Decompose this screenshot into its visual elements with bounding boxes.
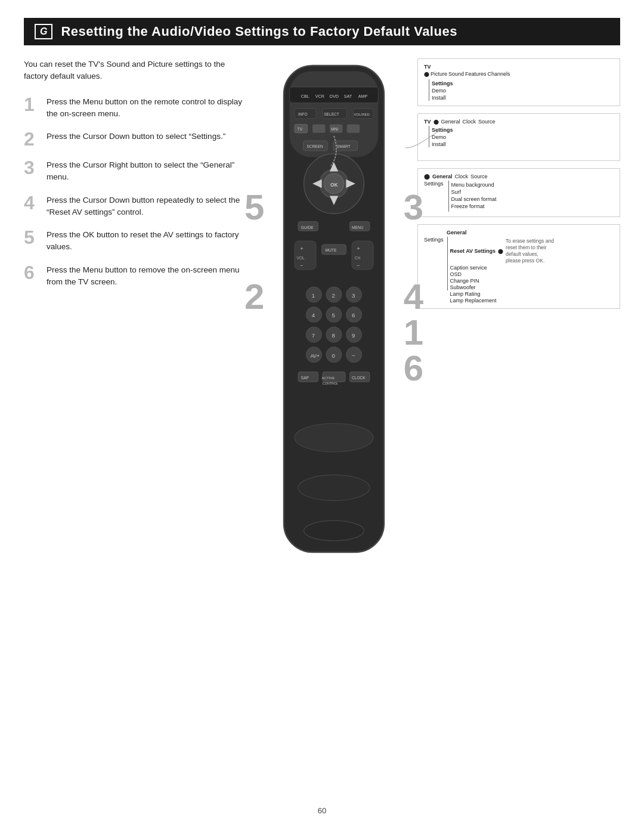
svg-text:MNI: MNI xyxy=(331,127,338,131)
step-number-3: 3 xyxy=(24,158,41,177)
svg-text:GUIDE: GUIDE xyxy=(301,225,314,230)
diag3-menu-bg: Menu background xyxy=(451,182,497,188)
svg-text:SAT: SAT xyxy=(344,94,352,99)
diag4-reset-av: Reset AV Settings xyxy=(450,248,496,254)
diag4-sub: Subwoofer xyxy=(450,284,614,290)
overlay-3: 3 xyxy=(404,190,423,225)
page-number: 60 xyxy=(318,806,326,815)
diag3-source: Source xyxy=(470,174,488,179)
diag4-settings-label: Settings xyxy=(424,237,445,304)
svg-text:AMP: AMP xyxy=(358,94,368,99)
diag1-features: Features xyxy=(465,71,487,77)
svg-point-78 xyxy=(298,475,370,500)
svg-text:0: 0 xyxy=(332,352,335,359)
svg-text:CH: CH xyxy=(355,256,361,260)
step-text-1: Press the Menu button on the remote cont… xyxy=(47,94,250,120)
step-6: 6 Press the Menu button to remove the on… xyxy=(24,262,250,289)
overlay-6: 6 xyxy=(404,351,423,386)
diag4-lamp-rating: Lamp Rating xyxy=(450,291,614,297)
step-number-1: 1 xyxy=(24,95,41,114)
svg-text:4: 4 xyxy=(312,312,315,318)
intro-text: You can reset the TV's Sound and Picture… xyxy=(24,58,250,83)
svg-text:ACTIVE: ACTIVE xyxy=(322,376,335,380)
step-number-5: 5 xyxy=(24,228,41,247)
step-1: 1 Press the Menu button on the remote co… xyxy=(24,94,250,120)
diag1-picture: Picture xyxy=(431,71,447,77)
svg-text:AV+: AV+ xyxy=(310,353,320,359)
remote-svg: CBL VCR DVD SAT AMP INFO SELECT VOL/RED … xyxy=(262,58,405,559)
svg-text:6: 6 xyxy=(352,312,355,318)
svg-rect-36 xyxy=(295,241,316,270)
diag3-general: General xyxy=(432,174,453,179)
svg-text:9: 9 xyxy=(352,332,355,339)
svg-text:CONTROL: CONTROL xyxy=(323,382,338,385)
left-column: You can reset the TV's Sound and Picture… xyxy=(24,58,250,561)
diag1-tv: TV xyxy=(424,64,431,70)
svg-point-79 xyxy=(304,521,364,541)
diag1-channels: Channels xyxy=(488,71,510,77)
step-3: 3 Press the Cursor Right button to selec… xyxy=(24,157,250,184)
svg-text:2: 2 xyxy=(332,292,335,299)
svg-text:TV: TV xyxy=(298,127,303,131)
svg-rect-19 xyxy=(347,124,360,132)
remote-container: 5 3 2 4 1 6 CBL VCR DVD xyxy=(262,58,405,561)
diag4-caption: Caption service xyxy=(450,265,614,271)
svg-text:CBL: CBL xyxy=(301,94,309,99)
svg-text:7: 7 xyxy=(312,332,315,339)
svg-point-77 xyxy=(295,423,373,452)
menu-diagram-2: TV ⬤ General Clock Source Settings Demo … xyxy=(417,113,620,161)
diag1-install: Install xyxy=(432,95,453,101)
diag2-install: Install xyxy=(432,141,453,147)
svg-text:−: − xyxy=(357,262,360,268)
step-number-4: 4 xyxy=(24,193,41,212)
diag2-demo: Demo xyxy=(432,134,453,140)
svg-text:DVD: DVD xyxy=(330,94,339,99)
step-2: 2 Press the Cursor Down button to select… xyxy=(24,128,250,148)
svg-text:VCR: VCR xyxy=(315,94,324,99)
center-column: 5 3 2 4 1 6 CBL VCR DVD xyxy=(262,58,405,561)
diag1-demo: Demo xyxy=(432,88,453,94)
overlay-1: 1 xyxy=(404,315,423,351)
overlay-2: 2 xyxy=(244,279,264,315)
step-4: 4 Press the Cursor Down button repeatedl… xyxy=(24,192,250,219)
diag2-settings: Settings xyxy=(432,127,453,133)
diag2-clock: Clock xyxy=(463,119,476,125)
svg-rect-42 xyxy=(352,241,373,270)
step-5: 5 Press the OK button to reset the AV se… xyxy=(24,227,250,253)
svg-text:−: − xyxy=(352,352,355,359)
step-text-4: Press the Cursor Down button repeatedly … xyxy=(47,192,250,219)
step-number-2: 2 xyxy=(24,129,41,148)
step-text-6: Press the Menu button to remove the on-s… xyxy=(47,262,250,289)
step-text-3: Press the Cursor Right button to select … xyxy=(47,157,250,184)
diag4-osd: OSD xyxy=(450,271,614,277)
right-column: TV ⬤ Picture Sound Features Channels Set… xyxy=(417,58,620,561)
step-text-5: Press the OK button to reset the AV sett… xyxy=(47,227,250,253)
step-text-2: Press the Cursor Down button to select “… xyxy=(47,128,225,143)
diag2-general: General xyxy=(441,119,460,125)
diag4-note: To erase settings andreset them to their… xyxy=(506,238,554,264)
svg-text:1: 1 xyxy=(312,292,315,299)
diag3-dual: Dual screen format xyxy=(451,196,497,202)
diag4-pin: Change PIN xyxy=(450,278,614,284)
diag3-settings-label: Settings xyxy=(424,181,446,212)
diag4-general-header: General xyxy=(447,230,467,236)
svg-text:VOL/RED: VOL/RED xyxy=(354,113,370,116)
menu-diagram-1: TV ⬤ Picture Sound Features Channels Set… xyxy=(417,58,620,106)
svg-text:VOL: VOL xyxy=(297,256,305,260)
svg-text:8: 8 xyxy=(332,332,335,339)
header-bar: G Resetting the Audio/Video Settings to … xyxy=(24,18,620,45)
diag1-sound: Sound xyxy=(448,71,464,77)
svg-text:INFO: INFO xyxy=(298,112,308,116)
svg-text:−: − xyxy=(301,262,304,268)
svg-text:5: 5 xyxy=(332,312,335,318)
diag3-clock: Clock xyxy=(455,174,469,179)
diag2-tv: TV xyxy=(424,119,431,125)
main-content: You can reset the TV's Sound and Picture… xyxy=(24,58,620,561)
diag3-surf: Surf xyxy=(451,189,497,195)
diag2-source: Source xyxy=(478,119,496,125)
step-number-6: 6 xyxy=(24,263,41,282)
svg-rect-16 xyxy=(312,124,326,132)
overlay-5: 5 xyxy=(244,190,264,225)
svg-text:MUTE: MUTE xyxy=(326,248,337,252)
svg-text:SELECT: SELECT xyxy=(324,112,339,116)
